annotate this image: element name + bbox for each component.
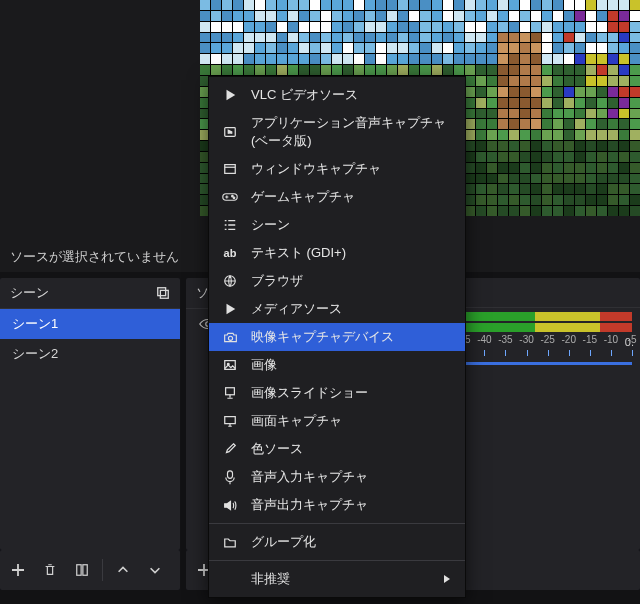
- svg-point-14: [233, 197, 235, 199]
- menu-item[interactable]: 色ソース: [209, 435, 465, 463]
- menu-item-label: 画像: [251, 356, 451, 374]
- svg-rect-20: [225, 417, 236, 424]
- display-icon: [221, 412, 239, 430]
- no-source-selected-text: ソースが選択されていません: [10, 248, 179, 266]
- svg-rect-17: [225, 361, 236, 370]
- menu-item[interactable]: 非推奨: [209, 565, 465, 593]
- play-icon: [221, 300, 239, 318]
- folder-icon: [221, 533, 239, 551]
- svg-rect-4: [83, 565, 87, 576]
- menu-item-label: テキスト (GDI+): [251, 244, 451, 262]
- menu-item[interactable]: 画面キャプチャ: [209, 407, 465, 435]
- svg-rect-3: [77, 565, 81, 576]
- brush-icon: [221, 440, 239, 458]
- menu-item-label: ゲームキャプチャ: [251, 188, 451, 206]
- menu-separator: [209, 560, 465, 561]
- scenes-title: シーン: [10, 284, 49, 302]
- menu-item-label: ブラウザ: [251, 272, 451, 290]
- add-source-context-menu: VLC ビデオソースアプリケーション音声キャプチャ (ベータ版)ウィンドウキャプ…: [208, 76, 466, 598]
- meter-tick-label: -40: [477, 334, 491, 345]
- scene-item[interactable]: シーン1: [0, 309, 180, 339]
- menu-item-label: シーン: [251, 216, 451, 234]
- blank-icon: [221, 570, 239, 588]
- menu-item-label: メディアソース: [251, 300, 451, 318]
- scene-down-button[interactable]: [141, 556, 169, 584]
- svg-rect-1: [160, 290, 168, 298]
- meter-tick-label: -15: [583, 334, 597, 345]
- menu-item[interactable]: アプリケーション音声キャプチャ (ベータ版): [209, 109, 465, 155]
- menu-item-label: 音声出力キャプチャ: [251, 496, 451, 514]
- speaker-icon: [221, 496, 239, 514]
- image-icon: [221, 356, 239, 374]
- scene-list-icon: [221, 216, 239, 234]
- text-icon: ab: [221, 244, 239, 262]
- meter-tick-label: -5: [628, 334, 637, 345]
- menu-item-label: VLC ビデオソース: [251, 86, 451, 104]
- svg-rect-11: [225, 165, 236, 174]
- menu-item-label: 映像キャプチャデバイス: [251, 328, 451, 346]
- menu-item[interactable]: ブラウザ: [209, 267, 465, 295]
- menu-item-label: ウィンドウキャプチャ: [251, 160, 451, 178]
- scenes-header: シーン: [0, 278, 180, 309]
- slideshow-icon: [221, 384, 239, 402]
- scene-up-button[interactable]: [109, 556, 137, 584]
- app-audio-icon: [221, 123, 239, 141]
- menu-item-label: 画像スライドショー: [251, 384, 451, 402]
- menu-item-label: 色ソース: [251, 440, 451, 458]
- scene-filters-button[interactable]: [68, 556, 96, 584]
- remove-scene-button[interactable]: [36, 556, 64, 584]
- globe-icon: [221, 272, 239, 290]
- meter-tick-label: -20: [561, 334, 575, 345]
- menu-item[interactable]: 音声入力キャプチャ: [209, 463, 465, 491]
- window-icon: [221, 160, 239, 178]
- menu-item[interactable]: 音声出力キャプチャ: [209, 491, 465, 519]
- menu-item-label: アプリケーション音声キャプチャ (ベータ版): [251, 114, 451, 150]
- meter-tick-label: -25: [540, 334, 554, 345]
- meter-tick-label: -35: [498, 334, 512, 345]
- meter-tick-label: -10: [604, 334, 618, 345]
- camera-icon: [221, 328, 239, 346]
- submenu-arrow-icon: [443, 574, 451, 584]
- popout-icon[interactable]: [156, 286, 170, 300]
- scene-label: シーン1: [12, 315, 58, 333]
- play-icon: [221, 86, 239, 104]
- menu-item[interactable]: abテキスト (GDI+): [209, 239, 465, 267]
- svg-rect-19: [226, 388, 235, 395]
- menu-item-label: 画面キャプチャ: [251, 412, 451, 430]
- svg-point-16: [228, 336, 232, 340]
- add-scene-button[interactable]: [4, 556, 32, 584]
- menu-item[interactable]: 画像: [209, 351, 465, 379]
- menu-item[interactable]: グループ化: [209, 528, 465, 556]
- scene-label: シーン2: [12, 345, 58, 363]
- meter-tick-label: -30: [519, 334, 533, 345]
- menu-item-label: 非推奨: [251, 570, 431, 588]
- menu-item[interactable]: メディアソース: [209, 295, 465, 323]
- menu-item[interactable]: VLC ビデオソース: [209, 81, 465, 109]
- menu-item[interactable]: シーン: [209, 211, 465, 239]
- gamepad-icon: [221, 188, 239, 206]
- menu-item[interactable]: ウィンドウキャプチャ: [209, 155, 465, 183]
- menu-item[interactable]: 画像スライドショー: [209, 379, 465, 407]
- svg-rect-0: [158, 288, 166, 296]
- mic-icon: [221, 468, 239, 486]
- menu-item-label: グループ化: [251, 533, 451, 551]
- scene-item[interactable]: シーン2: [0, 339, 180, 369]
- menu-item[interactable]: ゲームキャプチャ: [209, 183, 465, 211]
- scene-list: シーン1シーン2: [0, 309, 180, 550]
- scenes-panel: シーン シーン1シーン2: [0, 278, 180, 550]
- svg-rect-21: [228, 470, 233, 478]
- menu-separator: [209, 523, 465, 524]
- menu-item[interactable]: 映像キャプチャデバイス: [209, 323, 465, 351]
- svg-point-13: [232, 195, 234, 197]
- menu-item-label: 音声入力キャプチャ: [251, 468, 451, 486]
